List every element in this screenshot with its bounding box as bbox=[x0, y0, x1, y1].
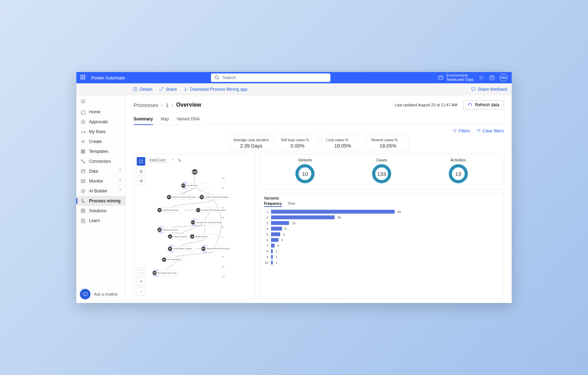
left-nav: HomeApprovalsMy flowsCreateTemplatesConn… bbox=[76, 95, 126, 303]
svg-text:5: 5 bbox=[222, 237, 223, 238]
bar-row[interactable]: 46 bbox=[264, 227, 499, 231]
svg-point-17 bbox=[82, 200, 83, 201]
svg-text:Reject Invoice: Reject Invoice bbox=[195, 236, 207, 238]
nav-icon bbox=[81, 119, 86, 124]
svg-text:Notice With the Discussion: Notice With the Discussion bbox=[207, 248, 230, 250]
bar-row[interactable]: 64 bbox=[264, 238, 499, 242]
waffle-icon[interactable] bbox=[81, 75, 86, 81]
svg-text:16: 16 bbox=[169, 236, 171, 238]
nav-item-monitor[interactable]: Monitor˅ bbox=[76, 176, 125, 186]
breadcrumb-mid[interactable]: 1 bbox=[166, 102, 169, 108]
svg-text:133: 133 bbox=[182, 184, 186, 186]
nav-icon bbox=[81, 149, 86, 154]
feedback-button[interactable]: Share feedback bbox=[471, 87, 507, 92]
nav-item-templates[interactable]: Templates bbox=[76, 147, 125, 156]
hamburger-icon bbox=[81, 99, 86, 104]
share-button[interactable]: Share bbox=[159, 87, 177, 92]
chevron-right-icon: › bbox=[171, 102, 173, 108]
last-updated-text: Last updated August 23 at 11:47 AM bbox=[395, 103, 457, 107]
bar-row[interactable]: 101 bbox=[264, 261, 499, 264]
feedback-icon bbox=[471, 87, 476, 91]
svg-text:Credit Memo Entry: Credit Memo Entry bbox=[163, 209, 179, 211]
bar-row[interactable]: 81 bbox=[264, 249, 499, 253]
bar-row[interactable]: 235 bbox=[264, 215, 499, 219]
variants-tab-frequency[interactable]: Frequency bbox=[264, 202, 282, 207]
kpi-card: Self loop cases %0.00% bbox=[276, 136, 319, 151]
settings-icon[interactable] bbox=[478, 75, 484, 81]
tab-summary[interactable]: Summary bbox=[134, 114, 153, 125]
svg-text:50: 50 bbox=[222, 227, 224, 228]
svg-text:65: 65 bbox=[201, 196, 203, 198]
svg-rect-19 bbox=[81, 209, 85, 213]
nav-item-home[interactable]: Home bbox=[76, 107, 125, 117]
svg-text:65: 65 bbox=[163, 258, 165, 261]
nav-item-data[interactable]: Data˅ bbox=[76, 166, 125, 176]
svg-point-7 bbox=[84, 132, 85, 133]
download-icon bbox=[183, 87, 188, 91]
bar-row[interactable]: 72 bbox=[264, 244, 499, 248]
svg-rect-9 bbox=[83, 150, 85, 151]
svg-rect-8 bbox=[81, 150, 83, 151]
svg-rect-20 bbox=[83, 292, 87, 295]
svg-point-14 bbox=[81, 169, 85, 171]
variants-tab-time[interactable]: Time bbox=[288, 202, 295, 207]
details-button[interactable]: Details bbox=[133, 87, 153, 92]
chatbot-button[interactable]: Ask a chatbot bbox=[80, 289, 118, 299]
search-input[interactable] bbox=[222, 75, 327, 80]
nav-icon bbox=[81, 169, 86, 174]
svg-text:68: 68 bbox=[158, 209, 161, 211]
help-icon[interactable] bbox=[489, 75, 495, 81]
bar-row[interactable]: 168 bbox=[264, 210, 499, 214]
svg-point-5 bbox=[81, 120, 85, 124]
bar-row[interactable]: 91 bbox=[264, 255, 499, 259]
clear-filters-button[interactable]: Clear filters bbox=[476, 129, 504, 133]
variants-bar-chart: 168235310465564728191101 bbox=[264, 210, 499, 264]
svg-point-0 bbox=[215, 76, 218, 79]
kpi-row: Average case duration2.39 DaysSelf loop … bbox=[229, 136, 504, 151]
breadcrumb-root[interactable]: Processes bbox=[134, 102, 158, 108]
topbar: Power Automate Environments Tenets and T… bbox=[76, 72, 512, 83]
kpi-card: Loop cases %18.05% bbox=[322, 136, 364, 151]
nav-icon bbox=[81, 198, 86, 203]
nav-icon bbox=[81, 179, 86, 184]
nav-icon bbox=[81, 129, 86, 134]
svg-text:113: 113 bbox=[191, 221, 195, 224]
nav-collapse-button[interactable] bbox=[76, 97, 125, 107]
nav-icon bbox=[81, 139, 86, 144]
nav-item-my-flows[interactable]: My flows bbox=[76, 127, 125, 137]
nav-item-connectors[interactable]: Connectors bbox=[76, 156, 125, 166]
nav-icon bbox=[81, 159, 86, 164]
map-zoom-out-button[interactable]: − bbox=[137, 287, 145, 296]
process-map-canvas[interactable]: 1336568126850511365331133Start133Invoice… bbox=[134, 154, 255, 284]
environment-icon bbox=[438, 75, 443, 81]
nav-item-learn[interactable]: Learn bbox=[76, 216, 125, 226]
tab-variant-dna[interactable]: Variant DNA bbox=[177, 114, 200, 125]
nav-item-approvals[interactable]: Approvals bbox=[76, 117, 125, 127]
refresh-button[interactable]: Refresh data bbox=[463, 100, 504, 109]
variants-tabs: FrequencyTime bbox=[264, 202, 499, 207]
nav-item-ai-builder[interactable]: AI Builder˅ bbox=[76, 186, 125, 196]
nav-item-solutions[interactable]: Solutions bbox=[76, 206, 125, 216]
svg-text:12: 12 bbox=[197, 209, 200, 211]
breadcrumb-current: Overview bbox=[176, 102, 201, 108]
avatar[interactable]: MM bbox=[500, 74, 507, 82]
ring-cases: Cases133 bbox=[372, 158, 391, 183]
nav-item-process-mining[interactable]: Process mining bbox=[76, 196, 125, 206]
bar-row[interactable]: 310 bbox=[264, 221, 499, 225]
environment-picker[interactable]: Environments Tenets and Traps bbox=[438, 73, 474, 82]
tab-map[interactable]: Map bbox=[161, 114, 169, 125]
svg-text:68: 68 bbox=[158, 229, 161, 231]
variants-title: Variants bbox=[264, 196, 499, 200]
chevron-down-icon: ˅ bbox=[119, 189, 121, 194]
bar-row[interactable]: 55 bbox=[264, 232, 499, 236]
filters-button[interactable]: Filters bbox=[453, 129, 470, 133]
nav-item-create[interactable]: Create bbox=[76, 137, 125, 147]
svg-point-6 bbox=[81, 132, 82, 133]
search-input-wrapper[interactable] bbox=[211, 73, 330, 82]
svg-text:133: 133 bbox=[222, 276, 225, 278]
command-bar: Details Share Download Process Mining ap… bbox=[76, 83, 512, 95]
download-button[interactable]: Download Process Mining app bbox=[183, 87, 247, 92]
clear-filter-icon bbox=[476, 129, 481, 133]
svg-text:Check Customer Payment: Check Customer Payment bbox=[172, 196, 195, 198]
svg-rect-11 bbox=[83, 152, 85, 153]
